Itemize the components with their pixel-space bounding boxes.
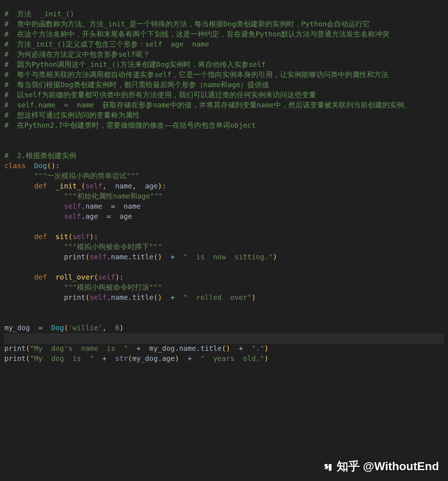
method-init: _init_ [56, 182, 81, 190]
class-name: Dog [34, 162, 47, 170]
comment-line: # 为何必须在方法定义中包含形参self呢？ [4, 50, 150, 59]
comment-line: # 因为Python调用这个_init_()方法来创建Dog实例时，将自动传入实… [4, 60, 266, 69]
docstring: """模拟小狗被命令时蹲下""" [64, 243, 162, 251]
comment-line: # 方法_init_()定义成了包含三个形参：self age name [4, 40, 209, 48]
docstring: """初始化属性name和age""" [64, 192, 163, 200]
comment-line: # 2.根据类创建实例 [4, 152, 76, 160]
comment-line: # 每当我们根据Dog类创建实例时，都只需给最后两个形参（name和age）提供… [4, 81, 269, 89]
comment-line: # 想这样可通过实例访问的变量称为属性 [4, 111, 140, 119]
comment-line: # 每个与类相关联的方法调用都自动传递实参self，它是一个指向实例本身的引用，… [4, 71, 388, 79]
watermark: 知乎 @WithoutEnd [322, 459, 439, 474]
paren: () [47, 162, 56, 170]
current-line-highlight [4, 333, 444, 344]
comment-line: # 类中的函数称为方法。方法_init_是一个特殊的方法，每当根据Dog类创建新… [4, 20, 370, 28]
comment-line: # 在这个方法名称中，开头和末尾各有两个下划线，这是一种约定，旨在避免Pytho… [4, 30, 389, 38]
comment-line: # 在Python2.7中创建类时，需要做细微的修改——在括号内包含单词obje… [4, 121, 256, 129]
var-mydog: my_dog [4, 324, 30, 332]
self: self [85, 182, 102, 190]
keyword-class: class [4, 162, 26, 170]
keyword-def: def [34, 182, 47, 190]
zhihu-icon [322, 462, 333, 473]
method-roll: roll_over [56, 273, 94, 281]
comment-line: # 方法 _init_() [4, 10, 74, 18]
comment-line: # 以self为前缀的变量都可供类中的所有方法使用，我们可以通过类的任何实例来访… [4, 91, 316, 99]
docstring: """一次模拟小狗的简单尝试""" [34, 172, 139, 180]
comment-line: # self.name = name 获取存储在形参name中的值，并将其存储到… [4, 101, 411, 109]
docstring: """模拟小狗被命令时打滚""" [64, 283, 162, 291]
method-sit: sit [56, 233, 68, 241]
code-block: # 方法 _init_() # 类中的函数称为方法。方法_init_是一个特殊的… [0, 0, 448, 373]
